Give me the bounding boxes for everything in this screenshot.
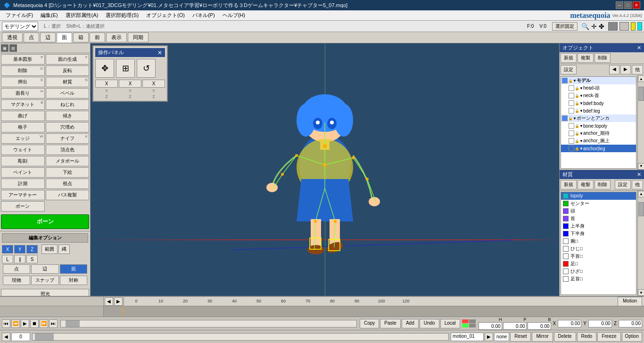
menu-edit[interactable]: 編集(E) bbox=[37, 11, 62, 20]
scroll-thumb[interactable] bbox=[638, 87, 644, 101]
check-neck[interactable] bbox=[569, 93, 574, 98]
bone-button[interactable]: ボーン bbox=[1, 214, 89, 229]
mat-item-wrist[interactable]: 手首□ bbox=[561, 253, 636, 260]
tl-scroll-thumb[interactable] bbox=[66, 320, 80, 327]
tab-point[interactable]: 点 bbox=[24, 33, 39, 42]
freeze-button[interactable]: Freeze bbox=[597, 332, 620, 342]
viewport[interactable]: 操作パネル ✕ ✥ ⊞ ↺ X X X Y Y Y Z Z Z bbox=[91, 43, 559, 296]
mat-item-ankle[interactable]: 足首□ bbox=[561, 275, 636, 283]
mat-item-elbow[interactable]: ひじ□ bbox=[561, 245, 636, 253]
menu-help[interactable]: ヘルプ(H) bbox=[219, 11, 249, 20]
rope-button[interactable]: 縄 bbox=[58, 245, 70, 254]
obj-nav-right[interactable]: ▶ bbox=[620, 65, 631, 74]
tree-item-bdef-leg[interactable]: 🔒 ▼ bdef:leg bbox=[561, 107, 636, 114]
crosshair-icon[interactable]: ✛ bbox=[591, 23, 597, 30]
scroll-down-arrow[interactable]: ▼ bbox=[638, 163, 644, 170]
check-head[interactable] bbox=[569, 85, 574, 91]
close-button[interactable]: ✕ bbox=[633, 1, 640, 9]
s-button[interactable]: S bbox=[26, 255, 38, 263]
mat-item-arm[interactable]: 腕□ bbox=[561, 237, 636, 245]
btn-fill-hole[interactable]: 穴埋め bbox=[46, 122, 90, 132]
mat-scroll-down[interactable]: ▼ bbox=[638, 289, 644, 296]
obj-nav-left[interactable]: ◀ bbox=[609, 65, 619, 74]
check-model[interactable] bbox=[562, 78, 568, 83]
btn-bend[interactable]: 曲げ bbox=[1, 111, 45, 121]
check-bone-lopoly[interactable] bbox=[569, 123, 574, 129]
paste-button[interactable]: Paste bbox=[380, 319, 401, 328]
mat-item-neck[interactable]: 首 bbox=[561, 215, 636, 222]
select-point-button[interactable]: 点 bbox=[3, 264, 30, 274]
btn-extrude[interactable]: 押出E bbox=[1, 77, 45, 87]
btn-delete[interactable]: 削除D bbox=[1, 65, 45, 76]
tab-sync[interactable]: 同期 bbox=[128, 33, 149, 42]
obj-delete-button[interactable]: 削除 bbox=[594, 53, 611, 63]
mat-item-lower-body[interactable]: 下半身 bbox=[561, 230, 636, 237]
mat-scroll-up[interactable]: ▲ bbox=[638, 191, 644, 197]
btn-twist[interactable]: ねじれ bbox=[46, 99, 90, 110]
tl-bottom-thumb[interactable] bbox=[35, 334, 54, 340]
mode-dropdown[interactable]: モデリング bbox=[2, 22, 38, 31]
tl-scroll-left[interactable]: ◀ bbox=[105, 297, 113, 306]
check-bdef-leg[interactable] bbox=[569, 108, 574, 114]
tab-edge[interactable]: 辺 bbox=[40, 33, 56, 42]
tab-face[interactable]: 面 bbox=[57, 33, 72, 42]
btn-viewpoint[interactable]: 視点 bbox=[46, 179, 90, 189]
tree-item-head[interactable]: 🔒 ▼ head-頭 bbox=[561, 84, 636, 92]
tl-scroll-right[interactable]: ▶ bbox=[114, 297, 123, 306]
tree-item-bdef-body[interactable]: 🔒 ▼ bdef:body bbox=[561, 99, 636, 107]
mat-scroll-thumb[interactable] bbox=[638, 202, 644, 216]
btn-sculpt[interactable]: 彫刻 bbox=[1, 156, 45, 166]
move-icon[interactable]: ✤ bbox=[599, 23, 604, 30]
tl-next-frame[interactable]: ⏩ bbox=[40, 319, 48, 328]
reality-button[interactable]: 現物 bbox=[3, 276, 30, 285]
obj-new-button[interactable]: 新規 bbox=[561, 53, 577, 63]
mat-copy-button[interactable]: 複製 bbox=[578, 180, 594, 189]
btn-bevel[interactable]: ベベル bbox=[46, 88, 90, 98]
mat-new-button[interactable]: 新規 bbox=[561, 180, 577, 189]
option-button[interactable]: Option bbox=[622, 332, 642, 342]
tl-bottom-right[interactable]: ▶ bbox=[485, 333, 493, 341]
left-icon-2[interactable]: ▧ bbox=[9, 44, 17, 52]
tl-bottom-scrollbar[interactable] bbox=[32, 333, 449, 341]
copy-button[interactable]: Copy bbox=[360, 319, 379, 328]
tab-display[interactable]: 表示 bbox=[106, 33, 127, 42]
mat-item-knee[interactable]: ひざ□ bbox=[561, 268, 636, 275]
mat-item-upper-body[interactable]: 上半身 bbox=[561, 222, 636, 230]
left-icon-1[interactable]: ▦ bbox=[1, 44, 8, 52]
tab-box[interactable]: 箱 bbox=[73, 33, 89, 42]
frame-input[interactable] bbox=[11, 333, 30, 341]
mirror-button[interactable]: Mirror bbox=[532, 332, 553, 342]
z-axis-button[interactable]: Z bbox=[26, 245, 38, 253]
select-fixed-button[interactable]: 選択固定 bbox=[552, 22, 578, 31]
snap-button[interactable]: スナップ bbox=[31, 276, 58, 285]
tab-perspective[interactable]: 透視 bbox=[2, 33, 23, 42]
redo-button[interactable]: Redo bbox=[577, 332, 597, 342]
btn-reverse[interactable]: 反転 bbox=[46, 65, 90, 76]
scroll-up-arrow[interactable]: ▲ bbox=[638, 75, 644, 82]
check-anchor3[interactable] bbox=[569, 146, 574, 151]
btn-armature[interactable]: アーマチャー bbox=[1, 190, 45, 200]
tl-bottom-left[interactable]: ◀ bbox=[2, 333, 10, 341]
btn-weight[interactable]: ウェイト bbox=[1, 145, 45, 155]
objects-panel-close[interactable]: ✕ bbox=[637, 45, 641, 51]
y-axis-button[interactable]: Y bbox=[14, 245, 25, 253]
btn-magnet[interactable]: マグネットB bbox=[1, 99, 45, 110]
check-bone-group[interactable] bbox=[562, 115, 568, 121]
tree-item-neck[interactable]: 🔒 ▼ neck-首 bbox=[561, 92, 636, 99]
symmetry-button[interactable]: 対称 bbox=[60, 276, 87, 285]
tab-front[interactable]: 前 bbox=[90, 33, 105, 42]
select-face-button[interactable]: 面 bbox=[60, 264, 87, 274]
menu-select-process[interactable]: 選択部処理(S) bbox=[102, 11, 142, 20]
parallel-button[interactable]: ∥ bbox=[14, 255, 25, 263]
mat-delete-button[interactable]: 削除 bbox=[594, 180, 611, 189]
light-button[interactable]: 照光 bbox=[1, 289, 89, 296]
materials-panel-close[interactable]: ✕ bbox=[637, 172, 641, 178]
mat-item-head[interactable]: 頭 bbox=[561, 207, 636, 215]
btn-bone-menu[interactable]: ボーン bbox=[1, 201, 45, 212]
btn-path-clone[interactable]: パス複製 bbox=[46, 190, 90, 200]
tl-goto-start[interactable]: ⏮ bbox=[2, 319, 10, 328]
search-icon[interactable]: 🔍 bbox=[581, 23, 589, 30]
mat-other-button[interactable]: 他 bbox=[632, 180, 643, 189]
tree-item-anchor3[interactable]: 🔒 ▼ anchor|leg bbox=[561, 145, 636, 152]
mat-settings-button[interactable]: 設定 bbox=[615, 180, 631, 189]
